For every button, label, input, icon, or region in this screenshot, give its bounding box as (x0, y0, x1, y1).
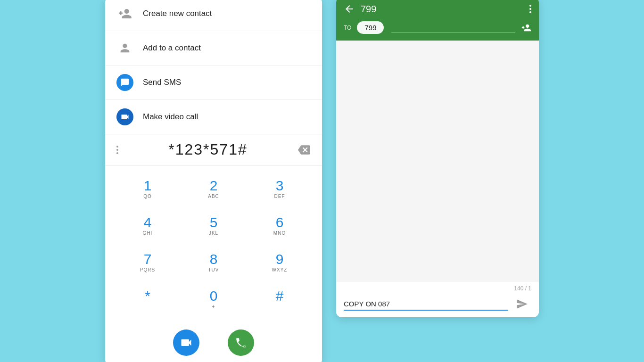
sms-footer: 140 / 1 (336, 281, 539, 317)
sms-add-person-button[interactable] (521, 23, 531, 33)
add-to-contact-label: Add to a contact (143, 43, 201, 53)
key-7[interactable]: 7 PQRS (131, 246, 164, 279)
video-call-label: Make video call (143, 112, 198, 122)
sms-title: 799 (361, 4, 524, 15)
sms-input-row (344, 295, 531, 313)
sms-to-label: TO (344, 25, 351, 31)
keypad-cell-6: 6 MNO (247, 207, 313, 244)
left-panel: Create new contact Add to a contact (105, 0, 322, 362)
keypad-cell-1: 1 QO (115, 170, 181, 207)
backspace-button[interactable] (296, 141, 313, 158)
keypad-cell-3: 3 DEF (247, 170, 313, 207)
right-panel: 799 TO 799 140 / 1 (336, 0, 539, 317)
menu-item-video-call[interactable]: Make video call (105, 100, 322, 134)
keypad: 1 QO 2 ABC 3 DEF 4 GHI (105, 165, 322, 322)
videocam-icon (116, 108, 133, 125)
keypad-cell-0: 0 + (181, 280, 247, 317)
person-outline-icon (116, 40, 133, 57)
video-call-button[interactable] (173, 329, 199, 356)
key-hash[interactable]: # (263, 282, 296, 315)
sms-to-underline (391, 33, 515, 33)
main-container: Create new contact Add to a contact (0, 0, 644, 362)
dialer-menu-dots[interactable] (115, 144, 120, 156)
keypad-cell-7: 7 PQRS (115, 244, 181, 280)
key-2[interactable]: 2 ABC (197, 172, 230, 205)
keypad-cell-2: 2 ABC (181, 170, 247, 207)
sms-send-button[interactable] (512, 295, 531, 313)
menu-section: Create new contact Add to a contact (105, 0, 322, 134)
svg-text:4G: 4G (242, 345, 246, 348)
key-5[interactable]: 5 JKL (197, 209, 230, 242)
sms-top-bar: 799 (336, 0, 539, 18)
keypad-cell-8: 8 TUV (181, 244, 247, 280)
create-contact-label: Create new contact (143, 9, 212, 18)
key-1[interactable]: 1 QO (131, 172, 164, 205)
call-button[interactable]: 4G (228, 329, 254, 356)
action-row: 4G (105, 322, 322, 362)
dialer-input-row: *123*571# (105, 134, 322, 165)
key-3[interactable]: 3 DEF (263, 172, 296, 205)
add-person-icon (116, 5, 133, 22)
dialer-number: *123*571# (125, 141, 291, 158)
sms-message-input[interactable] (344, 298, 508, 311)
sms-char-count: 140 / 1 (344, 285, 531, 292)
key-6[interactable]: 6 MNO (263, 209, 296, 242)
key-9[interactable]: 9 WXYZ (263, 246, 296, 279)
menu-item-add-to-contact[interactable]: Add to a contact (105, 31, 322, 66)
keypad-cell-star: * (115, 280, 181, 317)
sms-to-row: TO 799 (336, 18, 539, 41)
keypad-cell-5: 5 JKL (181, 207, 247, 244)
key-0[interactable]: 0 + (197, 282, 230, 315)
send-sms-label: Send SMS (143, 78, 181, 87)
key-star[interactable]: * (131, 282, 164, 315)
sms-more-button[interactable] (529, 5, 531, 13)
menu-item-send-sms[interactable]: Send SMS (105, 66, 322, 100)
keypad-cell-9: 9 WXYZ (247, 244, 313, 280)
keypad-cell-4: 4 GHI (115, 207, 181, 244)
sms-back-button[interactable] (344, 3, 355, 15)
sms-header: 799 TO 799 (336, 0, 539, 41)
key-4[interactable]: 4 GHI (131, 209, 164, 242)
chat-bubble-icon (116, 74, 133, 91)
keypad-cell-hash: # (247, 280, 313, 317)
sms-body (336, 41, 539, 281)
sms-to-chip[interactable]: 799 (357, 21, 384, 34)
key-8[interactable]: 8 TUV (197, 246, 230, 279)
menu-item-create-contact[interactable]: Create new contact (105, 0, 322, 31)
